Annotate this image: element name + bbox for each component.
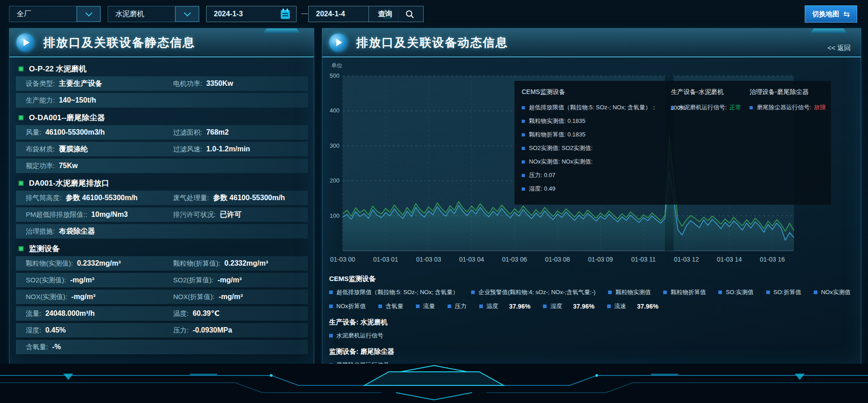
field: 温度:60.39℃: [173, 309, 220, 318]
legend-item[interactable]: 压力: [448, 302, 467, 310]
blue-square-icon: [608, 291, 612, 294]
section-header-label: O-DA001--磨尾除尘器: [29, 112, 105, 123]
table-row: 布袋材质:覆膜涤纶过滤风速:1.0-1.2m/min: [16, 142, 308, 156]
legend-item[interactable]: 颗粒物实测值: [608, 288, 651, 296]
legend-item-label: 企业预警值(颗粒物:4; sOz-; NOx-;含氧气量:-): [478, 288, 595, 296]
chart-legend: CEMS监测设备 超低排放限值（颗拉物:5: SOz-; NOx; 含氧量）企业…: [329, 275, 858, 375]
blue-square-icon: [718, 291, 722, 294]
table-row: 治理措施:布袋除尘器: [16, 224, 308, 239]
x-axis-tick: 01-03 04: [459, 256, 484, 263]
field-value: 参数 46100-55300m/h: [213, 193, 285, 203]
tooltip-row-label: 颗粒物实测值: 0.1835: [529, 117, 585, 125]
start-date-input[interactable]: 2024-1-3: [206, 6, 297, 22]
field-value: 46100-55300m3/h: [45, 128, 105, 136]
plant-select[interactable]: 全厂: [9, 6, 101, 22]
table-row: 流量:24048.000m³/h温度:60.39℃: [16, 306, 308, 321]
blue-square-icon: [448, 305, 451, 308]
switch-map-label: 切换地图: [812, 10, 839, 19]
legend-item[interactable]: 湿度37.96%: [543, 302, 594, 310]
field: 颗粒物(折算值):0.2332mg/m³: [173, 259, 268, 268]
legend-item[interactable]: NOx折算值: [329, 302, 366, 310]
tooltip-row-label: SO2实测值: SO2实测值:: [529, 144, 593, 152]
field: 过滤面积:768m2: [173, 128, 229, 137]
field-label: 颗粒物(实测值):: [26, 259, 73, 268]
legend-item[interactable]: 流量: [416, 302, 435, 310]
field-label: 压力:: [173, 326, 189, 335]
blue-square-icon: [522, 160, 525, 164]
tooltip-row: 超低排放限值（颗拉物:5: SOz-; NOx; 含氧量）：100%: [522, 103, 685, 112]
section-header: O-DA001--磨尾除尘器: [16, 110, 308, 125]
device-select-dropdown-button[interactable]: [175, 6, 199, 22]
back-link[interactable]: << 返回: [827, 44, 851, 52]
legend-item[interactable]: 流速37.96%: [607, 302, 658, 310]
field-value: -0.0930MPa: [193, 326, 232, 334]
field: SO2(折算值):-mg/m³: [173, 276, 242, 285]
legend-item[interactable]: SO:实测值: [718, 288, 753, 296]
table-row: 颗粒物(实测值):0.2332mg/m³颗粒物(折算值):0.2332mg/m³: [16, 256, 308, 271]
chevron-down-icon: [85, 9, 92, 16]
legend-item[interactable]: NOx实测值: [814, 288, 850, 296]
field-label: 布袋材质:: [26, 145, 55, 154]
static-panel-header: 排放口及关联设备静态信息: [9, 28, 314, 57]
dynamic-panel-title: 排放口及关联设备动态信息: [356, 35, 508, 51]
start-date-value: 2024-1-3: [214, 10, 243, 18]
legend-item[interactable]: 颗粒物折算值: [663, 288, 706, 296]
tooltip-row: SO2实测值: SO2实测值:: [522, 144, 685, 152]
dynamic-panel-header: 排放口及关联设备动态信息: [322, 28, 861, 57]
y-axis-unit-label: 单位: [331, 62, 342, 69]
blue-square-icon: [416, 305, 420, 308]
legend-item-label: 湿度: [550, 302, 562, 310]
plant-select-value: 全厂: [17, 9, 31, 19]
field-label: NOX(折算值):: [173, 293, 215, 301]
legend-item[interactable]: 企业预警值(颗粒物:4; sOz-; NOx-;含氧气量:-): [471, 288, 595, 296]
device-select[interactable]: 水泥磨机: [108, 6, 199, 22]
switch-map-button[interactable]: 切换地图 ⇆: [805, 5, 857, 23]
blue-square-icon: [329, 334, 333, 337]
field-value: 1.0-1.2m/min: [206, 145, 250, 153]
calendar-icon: [280, 8, 291, 20]
x-axis-tick: 01-03 00: [330, 256, 355, 263]
tooltip-row: 颗粒物折算值: 0.1835: [522, 131, 685, 139]
field: 设备类型:主要生产设备: [26, 79, 173, 89]
x-axis-tick: 01-03 03: [416, 256, 441, 263]
x-axis-tick: 01-03 09: [588, 256, 613, 263]
field: 湿度:0.45%: [26, 326, 173, 335]
tooltip-treatment-column-title: 治理设备-磨尾除尘器: [750, 88, 826, 96]
search-icon: [406, 10, 414, 19]
field-value: -mg/m³: [70, 276, 94, 284]
field-value: 3350Kw: [206, 80, 233, 88]
legend-item[interactable]: 温度37.96%: [479, 302, 530, 310]
legend-item[interactable]: 超低排放限值（颗拉物:5: SOz-; NOx; 含氧量）: [329, 288, 458, 296]
plant-select-dropdown-button[interactable]: [76, 6, 100, 22]
legend-monitor-title: 监测设备: 磨尾除尘器: [329, 347, 858, 356]
legend-row-2: NOx折算值含氧量流量压力温度37.96%湿度37.96%流速37.96%: [329, 302, 858, 310]
x-axis-tick: 01-03 11: [631, 256, 656, 263]
legend-item[interactable]: 水泥磨机运行信号: [329, 332, 383, 340]
query-button[interactable]: 查询: [368, 6, 424, 22]
legend-item[interactable]: SO:折算值: [766, 288, 801, 296]
field-value: 布袋除尘器: [59, 227, 95, 236]
y-axis-tick: 200: [330, 177, 340, 184]
table-row: 设备类型:主要生产设备电机功率:3350Kw: [16, 76, 308, 91]
table-row: 生产能力:140~150t/h: [16, 93, 308, 108]
legend-item-label: 含氧量: [386, 302, 403, 310]
legend-item-label: NOx折算值: [336, 302, 366, 310]
blue-square-icon: [766, 291, 770, 294]
blue-square-icon: [814, 291, 817, 294]
field-label: 额定功率:: [26, 162, 55, 170]
green-square-icon: [19, 66, 24, 71]
legend-item[interactable]: 含氧量: [378, 302, 403, 310]
static-panel-title: 排放口及关联设备静态信息: [43, 35, 195, 51]
field: 废气处理量:参数 46100-55300m/h: [173, 193, 285, 203]
chevron-down-icon: [184, 9, 191, 16]
legend-item-value: 37.96%: [573, 303, 594, 310]
tooltip-row: 颗粒物实测值: 0.1835: [522, 117, 685, 125]
table-row: NOX(实测值):-mg/m³NOX(折算值):-mg/m³: [16, 290, 308, 304]
tooltip-row-label: 压力: 0.07: [529, 171, 556, 179]
field-label: 设备类型:: [26, 80, 55, 88]
tooltip-row: 湿度: 0.49: [522, 185, 685, 193]
x-axis-tick: 01-03 08: [545, 256, 570, 263]
field-label: 排气筒高度:: [26, 194, 61, 202]
blue-square-icon: [671, 106, 674, 109]
y-axis-tick: 400: [330, 107, 340, 114]
